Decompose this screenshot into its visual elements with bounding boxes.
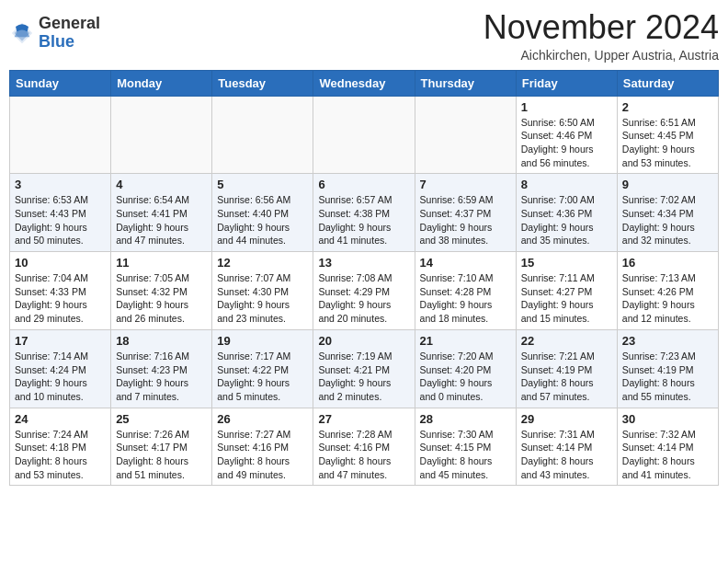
calendar-cell: 22Sunrise: 7:21 AM Sunset: 4:19 PM Dayli… (516, 329, 617, 408)
page-header: General Blue November 2024 Aichkirchen, … (9, 9, 719, 63)
day-info: Sunrise: 6:50 AM Sunset: 4:46 PM Dayligh… (521, 116, 612, 170)
day-info: Sunrise: 7:11 AM Sunset: 4:27 PM Dayligh… (521, 271, 612, 326)
calendar-cell: 30Sunrise: 7:32 AM Sunset: 4:14 PM Dayli… (617, 408, 718, 486)
day-info: Sunrise: 7:23 AM Sunset: 4:19 PM Dayligh… (622, 350, 713, 404)
logo-blue-text: Blue (39, 32, 74, 51)
logo-icon (9, 20, 35, 46)
calendar-week-row: 10Sunrise: 7:04 AM Sunset: 4:33 PM Dayli… (10, 252, 719, 330)
day-number: 13 (318, 256, 409, 270)
day-info: Sunrise: 7:00 AM Sunset: 4:36 PM Dayligh… (521, 193, 612, 247)
calendar-cell: 2Sunrise: 6:51 AM Sunset: 4:45 PM Daylig… (617, 96, 718, 174)
day-info: Sunrise: 7:07 AM Sunset: 4:30 PM Dayligh… (217, 271, 308, 326)
calendar-cell: 11Sunrise: 7:05 AM Sunset: 4:32 PM Dayli… (111, 252, 212, 330)
day-number: 24 (15, 412, 106, 426)
day-number: 10 (15, 256, 106, 270)
weekday-header-monday: Monday (111, 70, 212, 96)
calendar-cell (10, 96, 111, 174)
weekday-header-friday: Friday (516, 70, 617, 96)
weekday-header-thursday: Thursday (415, 70, 516, 96)
day-number: 14 (420, 256, 511, 270)
day-number: 26 (217, 412, 308, 426)
calendar-cell: 27Sunrise: 7:28 AM Sunset: 4:16 PM Dayli… (313, 408, 415, 486)
day-number: 3 (15, 178, 106, 191)
day-number: 29 (521, 412, 612, 426)
calendar-cell: 7Sunrise: 6:59 AM Sunset: 4:37 PM Daylig… (415, 174, 516, 252)
calendar-cell: 19Sunrise: 7:17 AM Sunset: 4:22 PM Dayli… (212, 329, 313, 408)
calendar-cell: 21Sunrise: 7:20 AM Sunset: 4:20 PM Dayli… (415, 329, 516, 408)
day-number: 7 (420, 178, 511, 191)
day-number: 25 (116, 412, 207, 426)
day-info: Sunrise: 7:27 AM Sunset: 4:16 PM Dayligh… (217, 428, 308, 482)
weekday-header-tuesday: Tuesday (212, 70, 313, 96)
day-number: 30 (622, 412, 713, 426)
logo: General Blue (9, 15, 100, 52)
day-info: Sunrise: 6:57 AM Sunset: 4:38 PM Dayligh… (318, 193, 409, 247)
calendar-cell: 12Sunrise: 7:07 AM Sunset: 4:30 PM Dayli… (212, 252, 313, 330)
day-info: Sunrise: 7:17 AM Sunset: 4:22 PM Dayligh… (217, 350, 308, 404)
day-number: 20 (318, 334, 409, 348)
calendar-cell: 20Sunrise: 7:19 AM Sunset: 4:21 PM Dayli… (313, 329, 415, 408)
calendar-cell: 9Sunrise: 7:02 AM Sunset: 4:34 PM Daylig… (617, 174, 718, 252)
calendar-cell: 17Sunrise: 7:14 AM Sunset: 4:24 PM Dayli… (10, 329, 111, 408)
day-info: Sunrise: 7:04 AM Sunset: 4:33 PM Dayligh… (15, 271, 106, 326)
calendar-cell: 15Sunrise: 7:11 AM Sunset: 4:27 PM Dayli… (516, 252, 617, 330)
day-number: 5 (217, 178, 308, 191)
calendar-cell: 24Sunrise: 7:24 AM Sunset: 4:18 PM Dayli… (10, 408, 111, 486)
calendar-cell: 14Sunrise: 7:10 AM Sunset: 4:28 PM Dayli… (415, 252, 516, 330)
day-info: Sunrise: 7:08 AM Sunset: 4:29 PM Dayligh… (318, 271, 409, 326)
day-number: 16 (622, 256, 713, 270)
day-number: 9 (622, 178, 713, 191)
day-number: 17 (15, 334, 106, 348)
day-info: Sunrise: 7:32 AM Sunset: 4:14 PM Dayligh… (622, 428, 713, 482)
day-info: Sunrise: 7:14 AM Sunset: 4:24 PM Dayligh… (15, 350, 106, 404)
calendar-cell (111, 96, 212, 174)
calendar-week-row: 1Sunrise: 6:50 AM Sunset: 4:46 PM Daylig… (10, 96, 719, 174)
day-number: 6 (318, 178, 409, 191)
calendar-cell: 26Sunrise: 7:27 AM Sunset: 4:16 PM Dayli… (212, 408, 313, 486)
day-info: Sunrise: 7:26 AM Sunset: 4:17 PM Dayligh… (116, 428, 207, 482)
day-number: 27 (318, 412, 409, 426)
day-info: Sunrise: 7:05 AM Sunset: 4:32 PM Dayligh… (116, 271, 207, 326)
calendar-cell: 28Sunrise: 7:30 AM Sunset: 4:15 PM Dayli… (415, 408, 516, 486)
day-number: 11 (116, 256, 207, 270)
weekday-header-row: SundayMondayTuesdayWednesdayThursdayFrid… (10, 70, 719, 96)
day-number: 2 (622, 100, 713, 114)
day-info: Sunrise: 7:28 AM Sunset: 4:16 PM Dayligh… (318, 428, 409, 482)
calendar-table: SundayMondayTuesdayWednesdayThursdayFrid… (9, 70, 719, 487)
day-info: Sunrise: 7:19 AM Sunset: 4:21 PM Dayligh… (318, 350, 409, 404)
calendar-cell: 18Sunrise: 7:16 AM Sunset: 4:23 PM Dayli… (111, 329, 212, 408)
day-number: 8 (521, 178, 612, 191)
calendar-cell: 23Sunrise: 7:23 AM Sunset: 4:19 PM Dayli… (617, 329, 718, 408)
day-number: 22 (521, 334, 612, 348)
day-number: 28 (420, 412, 511, 426)
day-info: Sunrise: 7:20 AM Sunset: 4:20 PM Dayligh… (420, 350, 511, 404)
day-info: Sunrise: 7:31 AM Sunset: 4:14 PM Dayligh… (521, 428, 612, 482)
day-number: 1 (521, 100, 612, 114)
calendar-cell: 10Sunrise: 7:04 AM Sunset: 4:33 PM Dayli… (10, 252, 111, 330)
day-info: Sunrise: 7:21 AM Sunset: 4:19 PM Dayligh… (521, 350, 612, 404)
logo-general-text: General (39, 14, 100, 32)
calendar-cell: 25Sunrise: 7:26 AM Sunset: 4:17 PM Dayli… (111, 408, 212, 486)
day-number: 15 (521, 256, 612, 270)
day-info: Sunrise: 7:16 AM Sunset: 4:23 PM Dayligh… (116, 350, 207, 404)
day-info: Sunrise: 7:30 AM Sunset: 4:15 PM Dayligh… (420, 428, 511, 482)
calendar-cell: 6Sunrise: 6:57 AM Sunset: 4:38 PM Daylig… (313, 174, 415, 252)
day-info: Sunrise: 7:10 AM Sunset: 4:28 PM Dayligh… (420, 271, 511, 326)
day-info: Sunrise: 7:13 AM Sunset: 4:26 PM Dayligh… (622, 271, 713, 326)
day-info: Sunrise: 6:59 AM Sunset: 4:37 PM Dayligh… (420, 193, 511, 247)
calendar-cell: 4Sunrise: 6:54 AM Sunset: 4:41 PM Daylig… (111, 174, 212, 252)
day-number: 21 (420, 334, 511, 348)
calendar-cell: 8Sunrise: 7:00 AM Sunset: 4:36 PM Daylig… (516, 174, 617, 252)
calendar-cell: 29Sunrise: 7:31 AM Sunset: 4:14 PM Dayli… (516, 408, 617, 486)
day-number: 4 (116, 178, 207, 191)
day-info: Sunrise: 6:54 AM Sunset: 4:41 PM Dayligh… (116, 193, 207, 247)
calendar-cell (212, 96, 313, 174)
day-number: 23 (622, 334, 713, 348)
day-info: Sunrise: 6:53 AM Sunset: 4:43 PM Dayligh… (15, 193, 106, 247)
month-title: November 2024 (483, 9, 719, 46)
calendar-week-row: 3Sunrise: 6:53 AM Sunset: 4:43 PM Daylig… (10, 174, 719, 252)
day-info: Sunrise: 7:02 AM Sunset: 4:34 PM Dayligh… (622, 193, 713, 247)
calendar-cell (313, 96, 415, 174)
calendar-cell: 3Sunrise: 6:53 AM Sunset: 4:43 PM Daylig… (10, 174, 111, 252)
calendar-week-row: 24Sunrise: 7:24 AM Sunset: 4:18 PM Dayli… (10, 408, 719, 486)
